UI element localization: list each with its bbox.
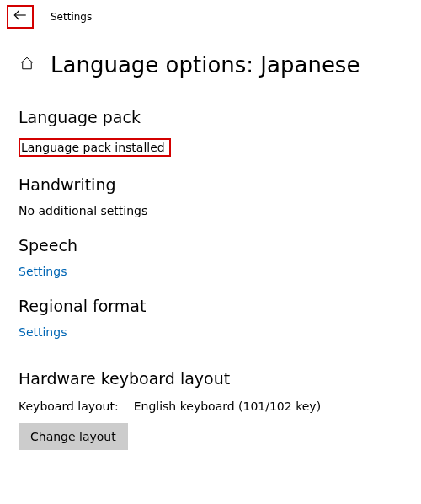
keyboard-layout-row: Keyboard layout: English keyboard (101/1…: [19, 399, 402, 413]
section-hardware-heading: Hardware keyboard layout: [19, 369, 402, 388]
content-area: Language pack Language pack installed Ha…: [0, 108, 421, 450]
page-header: Language options: Japanese: [0, 34, 421, 86]
home-button[interactable]: [19, 56, 35, 73]
regional-settings-link[interactable]: Settings: [19, 325, 402, 339]
language-pack-status: Language pack installed: [19, 138, 171, 157]
titlebar: Settings: [0, 0, 421, 34]
back-button[interactable]: [7, 5, 34, 29]
keyboard-layout-value: English keyboard (101/102 key): [134, 399, 321, 413]
arrow-left-icon: [13, 8, 28, 26]
section-regional-heading: Regional format: [19, 297, 402, 315]
app-title: Settings: [51, 11, 92, 23]
keyboard-layout-label: Keyboard layout:: [19, 399, 119, 413]
change-layout-button[interactable]: Change layout: [19, 423, 128, 450]
handwriting-text: No additional settings: [19, 204, 402, 217]
page-title: Language options: Japanese: [51, 52, 360, 78]
section-speech-heading: Speech: [19, 236, 402, 255]
speech-settings-link[interactable]: Settings: [19, 265, 402, 278]
home-icon: [19, 56, 35, 74]
section-handwriting-heading: Handwriting: [19, 175, 402, 194]
section-language-pack-heading: Language pack: [19, 108, 402, 126]
